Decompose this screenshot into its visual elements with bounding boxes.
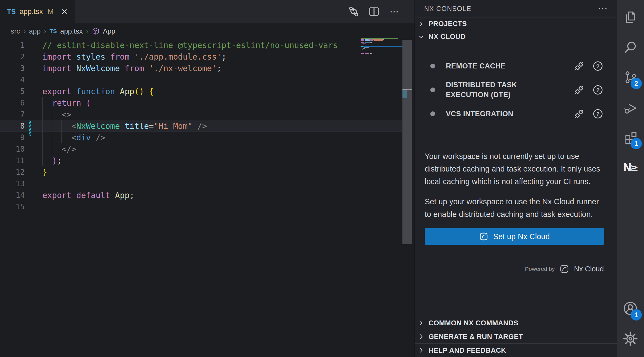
help-icon[interactable]: ? [592,60,604,72]
gutter [25,166,42,177]
split-editor-icon[interactable] [368,5,380,18]
code-text: } [42,166,47,177]
code-line[interactable]: 9 <div /> [0,132,402,143]
code-line[interactable]: 7 <> [0,108,402,120]
svg-text:?: ? [596,63,600,69]
nx-cloud-logo-icon [560,264,569,274]
connect-icon[interactable] [573,108,585,120]
code-line[interactable]: 2import styles from './app.module.css'; [0,51,402,62]
section-projects[interactable]: PROJECTS [415,17,617,30]
line-number: 12 [0,166,25,177]
breadcrumb-item-src[interactable]: src [11,27,20,35]
breadcrumb: src › app › TS app.tsx › App [0,23,414,39]
code-line[interactable]: 12} [0,166,402,178]
activity-item-extensions[interactable]: 1 [617,122,644,152]
code-line[interactable]: 3import NxWelcome from './nx-welcome'; [0,62,402,74]
section-nx-cloud[interactable]: NX CLOUD [415,30,617,43]
activity-item-explorer[interactable] [617,2,644,32]
code-line[interactable]: 6 return ( [0,97,402,108]
chevron-right-icon [417,20,425,28]
gutter [25,190,42,201]
badge: 2 [631,78,642,89]
gutter [25,74,42,85]
section-generate-run-target[interactable]: GENERATE & RUN TARGET [415,330,617,343]
nx-console-panel: NX CONSOLE ⋯ PROJECTS NX CLOUD REMOTE CA… [414,0,617,357]
vscode-window: TS app.tsx M ✕ [0,0,644,357]
gutter [25,97,42,108]
code-text: import NxWelcome from './nx-welcome'; [42,63,221,74]
tab-bar: TS app.tsx M ✕ [0,0,414,23]
help-icon[interactable]: ? [592,108,604,120]
connect-icon[interactable] [573,60,585,72]
editor-group: TS app.tsx M ✕ [0,0,414,357]
typescript-file-icon: TS [7,8,16,16]
code-line[interactable]: 15 [0,201,402,212]
activity-item-settings[interactable] [617,324,644,354]
more-actions-icon[interactable]: ⋯ [388,5,401,18]
editor-scrollbar[interactable] [402,40,412,244]
gutter [25,143,42,154]
activity-item-nx-console[interactable]: N≥ [617,152,644,183]
typescript-file-icon: TS [50,28,57,34]
code-editor[interactable]: 1// eslint-disable-next-line @typescript… [0,39,414,212]
setup-nx-cloud-button[interactable]: Set up Nx Cloud [425,228,604,245]
line-number: 6 [0,97,25,108]
code-line[interactable]: 13 [0,178,402,189]
code-line[interactable]: 8 <NxWelcome title="Hi Mom" /> [0,120,402,132]
minimap[interactable] [361,38,403,56]
panel-more-actions-icon[interactable]: ⋯ [598,3,608,14]
code-text: <NxWelcome title="Hi Mom" /> [42,120,207,131]
modified-badge: M [48,8,54,16]
line-number: 3 [0,63,25,74]
code-line[interactable]: 10 </> [0,143,402,155]
status-dot [430,111,435,116]
tab-app-tsx[interactable]: TS app.tsx M ✕ [0,0,75,23]
gutter [25,132,42,143]
indent-guide [42,97,43,166]
nx-cloud-feature-row: DISTRIBUTED TASK EXECUTION (DTE)? [425,80,604,100]
code-line[interactable]: 14export default App; [0,189,402,201]
code-line[interactable]: 1// eslint-disable-next-line @typescript… [0,39,402,51]
line-number: 7 [0,109,25,120]
code-line[interactable]: 11 ); [0,155,402,166]
status-dot [430,64,435,68]
paragraph: Set up your workspace to use the Nx Clou… [425,195,604,221]
feature-label: VCS INTEGRATION [446,109,545,119]
activity-item-search[interactable] [617,32,644,62]
nx-cloud-feature-row: REMOTE CACHE? [425,60,604,72]
breadcrumb-item-symbol[interactable]: App [103,27,115,35]
gutter [25,178,42,189]
line-number: 11 [0,155,25,166]
code-line[interactable]: 5export function App() { [0,85,402,97]
nx-cloud-description: Your workspace is not currently set up t… [415,134,617,221]
chevron-right-icon: › [86,27,88,35]
paragraph: Your workspace is not currently set up t… [425,150,604,188]
nx-cloud-logo-icon [479,232,488,241]
gutter [25,109,42,120]
breadcrumb-item-file[interactable]: app.tsx [60,27,83,35]
powered-by: Powered by Nx Cloud [425,264,604,274]
code-line[interactable]: 4 [0,74,402,85]
help-icon[interactable]: ? [592,84,604,96]
feature-label: REMOTE CACHE [446,61,545,71]
badge: 1 [631,138,642,149]
breadcrumb-item-app[interactable]: app [29,27,40,35]
activity-item-accounts[interactable]: 1 [617,294,644,324]
activity-item-debug[interactable] [617,92,644,122]
activity-item-source-control[interactable]: 2 [617,62,644,92]
section-common-nx-commands[interactable]: COMMON NX COMMANDS [415,316,617,330]
symbol-class-icon [92,27,100,35]
gutter [25,120,42,131]
line-number: 10 [0,143,25,154]
svg-text:?: ? [596,87,600,93]
connect-icon[interactable] [573,84,585,96]
svg-text:?: ? [596,111,600,117]
gutter [25,63,42,74]
close-tab-icon[interactable]: ✕ [61,7,68,16]
open-changes-icon[interactable] [347,5,360,18]
minimap-modified-marker [361,46,363,47]
debug-icon [623,100,638,115]
indent-guide [52,108,52,155]
gutter [25,86,42,97]
section-help-and-feedback[interactable]: HELP AND FEEDBACK [415,343,617,357]
